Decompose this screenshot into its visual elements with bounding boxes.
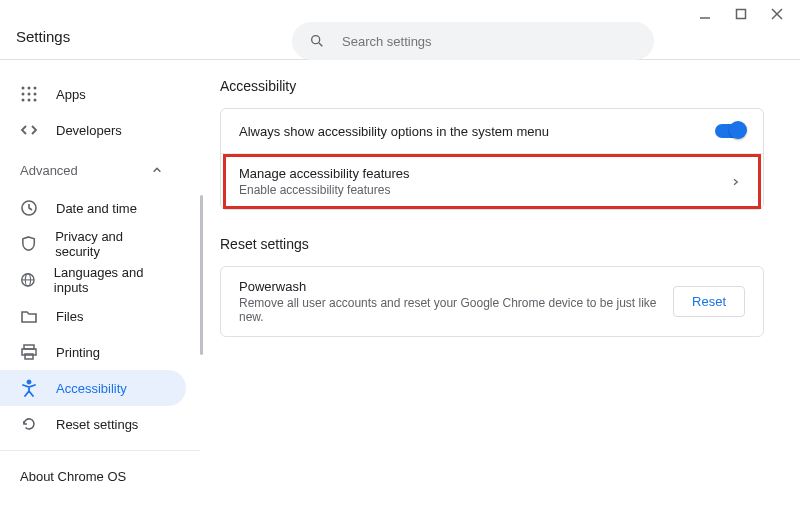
row-always-show[interactable]: Always show accessibility options in the… xyxy=(221,109,763,153)
minimize-icon[interactable] xyxy=(696,5,714,23)
toggle-always-show[interactable] xyxy=(715,124,745,138)
sidebar-section-advanced[interactable]: Advanced xyxy=(10,152,186,188)
sidebar-item-datetime[interactable]: Date and time xyxy=(0,190,186,226)
svg-point-10 xyxy=(28,93,31,96)
sidebar-item-reset[interactable]: Reset settings xyxy=(0,406,186,442)
apps-icon xyxy=(20,85,38,103)
sidebar-item-label: Developers xyxy=(56,123,122,138)
section-title-reset: Reset settings xyxy=(220,236,764,252)
svg-point-14 xyxy=(34,99,37,102)
svg-point-6 xyxy=(22,87,25,90)
svg-point-4 xyxy=(312,36,320,44)
svg-point-11 xyxy=(34,93,37,96)
clock-icon xyxy=(20,199,38,217)
sidebar-item-developers[interactable]: Developers xyxy=(0,112,186,148)
sidebar-item-label: Files xyxy=(56,309,83,324)
page-title: Settings xyxy=(16,28,70,45)
svg-point-12 xyxy=(22,99,25,102)
row-title: Always show accessibility options in the… xyxy=(239,124,715,139)
sidebar-item-label: Date and time xyxy=(56,201,137,216)
sidebar-item-label: Accessibility xyxy=(56,381,127,396)
sidebar-section-label: Advanced xyxy=(20,163,78,178)
printer-icon xyxy=(20,343,38,361)
accessibility-icon xyxy=(20,379,38,397)
reset-card: Powerwash Remove all user accounts and r… xyxy=(220,266,764,337)
chevron-right-icon xyxy=(727,173,745,191)
row-title: Manage accessibility features xyxy=(239,166,727,181)
sidebar-item-about[interactable]: About Chrome OS xyxy=(0,450,200,502)
accessibility-card: Always show accessibility options in the… xyxy=(220,108,764,210)
row-powerwash: Powerwash Remove all user accounts and r… xyxy=(221,267,763,336)
row-manage-accessibility[interactable]: Manage accessibility features Enable acc… xyxy=(221,153,763,209)
maximize-icon[interactable] xyxy=(732,5,750,23)
scrollbar-thumb[interactable] xyxy=(200,195,203,355)
sidebar-item-label: Reset settings xyxy=(56,417,138,432)
sidebar-item-accessibility[interactable]: Accessibility xyxy=(0,370,186,406)
chevron-up-icon xyxy=(148,161,166,179)
svg-point-7 xyxy=(28,87,31,90)
folder-icon xyxy=(20,307,38,325)
globe-icon xyxy=(20,271,36,289)
sidebar-item-printing[interactable]: Printing xyxy=(0,334,186,370)
code-icon xyxy=(20,121,38,139)
row-subtitle: Enable accessibility features xyxy=(239,183,727,197)
search-input[interactable] xyxy=(342,34,638,49)
sidebar-item-label: About Chrome OS xyxy=(20,469,126,484)
close-icon[interactable] xyxy=(768,5,786,23)
sidebar: Apps Developers Advanced Date and time P… xyxy=(0,60,200,508)
search-icon xyxy=(308,32,326,50)
sidebar-item-apps[interactable]: Apps xyxy=(0,76,186,112)
sidebar-item-files[interactable]: Files xyxy=(0,298,186,334)
search-box[interactable] xyxy=(292,22,654,60)
section-title-accessibility: Accessibility xyxy=(220,78,764,94)
sidebar-item-label: Languages and inputs xyxy=(54,265,166,295)
reset-icon xyxy=(20,415,38,433)
reset-button[interactable]: Reset xyxy=(673,286,745,317)
row-title: Powerwash xyxy=(239,279,673,294)
row-subtitle: Remove all user accounts and reset your … xyxy=(239,296,673,324)
sidebar-item-languages[interactable]: Languages and inputs xyxy=(0,262,186,298)
sidebar-item-privacy[interactable]: Privacy and security xyxy=(0,226,186,262)
svg-line-5 xyxy=(319,43,322,46)
sidebar-item-label: Printing xyxy=(56,345,100,360)
main-content: Accessibility Always show accessibility … xyxy=(200,60,800,337)
svg-point-9 xyxy=(22,93,25,96)
header: Settings xyxy=(0,28,800,60)
svg-point-8 xyxy=(34,87,37,90)
svg-rect-1 xyxy=(737,10,746,19)
sidebar-item-label: Apps xyxy=(56,87,86,102)
shield-icon xyxy=(20,235,37,253)
svg-point-13 xyxy=(28,99,31,102)
svg-rect-21 xyxy=(25,354,33,359)
svg-point-22 xyxy=(27,380,31,384)
sidebar-item-label: Privacy and security xyxy=(55,229,166,259)
